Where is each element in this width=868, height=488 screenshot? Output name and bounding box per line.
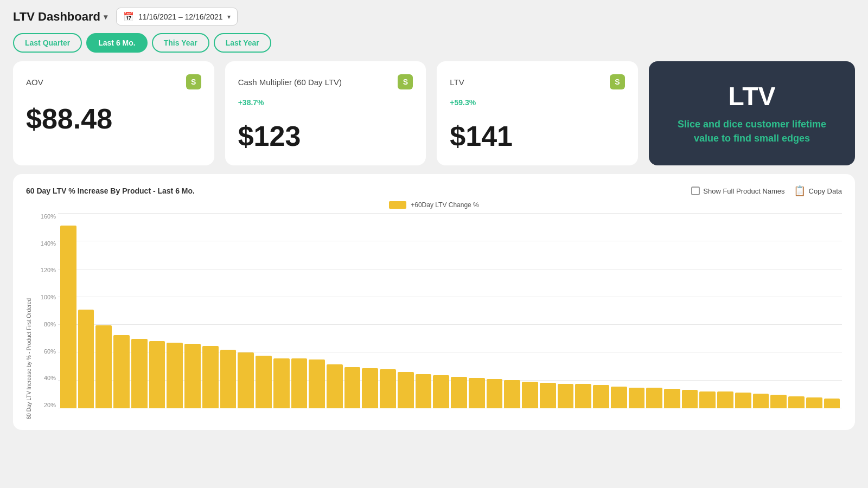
ltv-card-header: LTV S <box>450 74 625 89</box>
bar[interactable] <box>167 343 183 409</box>
cash-multiplier-change: +38.7% <box>238 98 264 107</box>
bar[interactable] <box>256 356 272 408</box>
y-tick: 60% <box>34 348 56 355</box>
aov-card: AOV S $88.48 <box>13 61 214 165</box>
main-content: AOV S $88.48 Cash Multiplier (60 Day LTV… <box>0 61 868 430</box>
bar[interactable] <box>770 395 787 408</box>
aov-label: AOV <box>26 78 43 87</box>
chart-legend: +60Day LTV Change % <box>26 201 842 209</box>
copy-data-label: Copy Data <box>809 187 842 195</box>
promo-card: LTV Slice and dice customer lifetime val… <box>649 61 855 165</box>
bar[interactable] <box>522 382 538 409</box>
filter-row: Last Quarter Last 6 Mo. This Year Last Y… <box>0 33 868 61</box>
aov-value: $88.48 <box>26 102 201 135</box>
bar[interactable] <box>398 372 414 409</box>
legend-label: +60Day LTV Change % <box>411 201 479 209</box>
chart-area: 60 Day LTV Increase by % - Product First… <box>26 213 842 419</box>
y-tick: 160% <box>34 213 56 220</box>
chart-inner: 20%40%60%80%100%120%140%160% <box>34 213 842 419</box>
bar[interactable] <box>433 375 449 408</box>
cash-multiplier-label: Cash Multiplier (60 Day LTV) <box>238 78 342 87</box>
bar[interactable] <box>362 368 378 408</box>
aov-card-header: AOV S <box>26 74 201 89</box>
ltv-shopify-icon: S <box>610 74 625 89</box>
bar[interactable] <box>78 310 94 408</box>
chart-title: 60 Day LTV % Increase By Product - Last … <box>26 187 195 195</box>
copy-data-button[interactable]: 📋 Copy Data <box>794 185 842 197</box>
ltv-card: LTV S +59.3% $141 <box>437 61 638 165</box>
bar[interactable] <box>202 346 219 408</box>
bar[interactable] <box>806 397 822 408</box>
chart-header: 60 Day LTV % Increase By Product - Last … <box>26 185 842 197</box>
bar[interactable] <box>558 384 574 408</box>
y-axis-label: 60 Day LTV Increase by % - Product First… <box>26 298 32 419</box>
cards-promo-row: AOV S $88.48 Cash Multiplier (60 Day LTV… <box>13 61 855 165</box>
bar[interactable] <box>238 352 254 409</box>
y-tick: 140% <box>34 240 56 247</box>
y-axis-ticks: 20%40%60%80%100%120%140%160% <box>34 213 56 408</box>
cash-multiplier-value-group: +38.7% $123 <box>238 94 413 152</box>
bar[interactable] <box>291 358 308 408</box>
bar[interactable] <box>380 369 396 408</box>
bar[interactable] <box>824 399 840 408</box>
bar[interactable] <box>344 367 361 409</box>
filter-last-quarter[interactable]: Last Quarter <box>13 33 82 53</box>
bar[interactable] <box>504 380 520 408</box>
bar[interactable] <box>735 393 751 408</box>
bar[interactable] <box>113 335 130 408</box>
ltv-value-group: +59.3% $141 <box>450 94 625 152</box>
bar[interactable] <box>149 341 165 408</box>
bar[interactable] <box>540 383 556 408</box>
bar[interactable] <box>611 387 627 409</box>
bar[interactable] <box>629 388 645 408</box>
cash-multiplier-card-header: Cash Multiplier (60 Day LTV) S <box>238 74 413 89</box>
bar[interactable] <box>60 226 76 409</box>
show-full-names-checkbox[interactable] <box>691 187 700 195</box>
show-full-names-toggle[interactable]: Show Full Product Names <box>691 187 784 195</box>
bar[interactable] <box>416 374 432 408</box>
promo-title: LTV <box>728 81 775 111</box>
bar[interactable] <box>646 388 662 408</box>
bar[interactable] <box>682 390 698 408</box>
date-range-text: 11/16/2021 – 12/16/2021 <box>138 12 223 21</box>
bar[interactable] <box>220 350 237 408</box>
bar[interactable] <box>487 379 503 408</box>
ltv-label: LTV <box>450 78 464 87</box>
title-chevron-icon[interactable]: ▾ <box>104 12 107 21</box>
promo-subtitle: Slice and dice customer lifetime value t… <box>671 118 833 145</box>
ltv-change: +59.3% <box>450 98 476 107</box>
bar[interactable] <box>309 359 325 408</box>
bar[interactable] <box>593 385 609 408</box>
bar[interactable] <box>717 391 733 409</box>
bar[interactable] <box>699 391 716 409</box>
show-full-names-label: Show Full Product Names <box>703 187 784 195</box>
cash-multiplier-card: Cash Multiplier (60 Day LTV) S +38.7% $1… <box>225 61 426 165</box>
bar[interactable] <box>664 389 680 408</box>
filter-last-6mo[interactable]: Last 6 Mo. <box>86 33 147 53</box>
filter-this-year[interactable]: This Year <box>152 33 209 53</box>
page-title: LTV Dashboard ▾ <box>13 10 107 24</box>
bars-area <box>58 213 842 408</box>
bar[interactable] <box>469 378 485 408</box>
bar[interactable] <box>788 396 805 409</box>
ltv-value: $141 <box>450 120 513 152</box>
bar[interactable] <box>131 339 148 408</box>
bar[interactable] <box>753 394 769 408</box>
bar[interactable] <box>327 364 343 408</box>
date-picker[interactable]: 📅 11/16/2021 – 12/16/2021 ▾ <box>116 8 238 25</box>
bars-wrapper <box>58 213 842 408</box>
filter-last-year[interactable]: Last Year <box>214 33 271 53</box>
bar[interactable] <box>184 344 201 408</box>
bar[interactable] <box>95 325 112 408</box>
bar[interactable] <box>575 384 591 408</box>
aov-shopify-icon: S <box>186 74 201 89</box>
bar[interactable] <box>451 377 467 409</box>
chart-controls: Show Full Product Names 📋 Copy Data <box>691 185 842 197</box>
y-tick: 40% <box>34 375 56 381</box>
y-tick: 20% <box>34 402 56 408</box>
y-tick: 80% <box>34 321 56 328</box>
cash-multiplier-value: $123 <box>238 120 301 152</box>
y-tick: 100% <box>34 294 56 300</box>
date-picker-chevron-icon: ▾ <box>227 13 231 21</box>
bar[interactable] <box>273 358 290 408</box>
